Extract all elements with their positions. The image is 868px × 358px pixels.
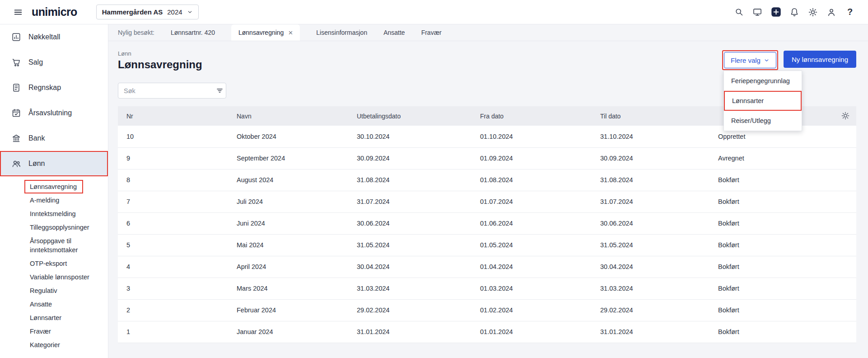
cell-nr: 9: [118, 147, 237, 169]
table-row[interactable]: 2Februar 202429.02.202401.02.202429.02.2…: [118, 299, 856, 321]
dropdown-item-lonnsarter[interactable]: Lønnsarter: [724, 91, 802, 111]
sidebar-subitem-variable-lonnsposter[interactable]: Variable lønnsposter: [0, 270, 108, 284]
cell-fra-dato: 01.03.2024: [480, 278, 600, 299]
cell-utbetalingsdato: 31.05.2024: [357, 234, 480, 256]
cell-fra-dato: 01.06.2024: [480, 212, 600, 234]
add-new-icon[interactable]: [770, 6, 782, 19]
sidebar-item-nokkeltall[interactable]: Nøkkeltall: [0, 24, 108, 50]
col-header-fra-dato[interactable]: Fra dato: [480, 106, 600, 126]
cell-status: Bokført: [718, 299, 856, 321]
annotation-flere-valg: Flere valg: [722, 50, 778, 70]
topbar: unimicro Hammergården AS 2024 ?: [0, 0, 868, 24]
sidebar-item-label: Regnskap: [28, 84, 61, 92]
col-header-navn[interactable]: Navn: [237, 106, 357, 126]
cell-til-dato: 29.02.2024: [600, 299, 718, 321]
dropdown-item-feriepengegrunnlag[interactable]: Feriepengegrunnlag: [724, 71, 802, 91]
cell-fra-dato: 01.07.2024: [480, 191, 600, 212]
main-content: Nylig besøkt: Lønnsartnr. 420 Lønnsavreg…: [108, 24, 868, 358]
cell-status: Bokført: [718, 234, 856, 256]
breadcrumb: Lønn: [118, 50, 202, 57]
cell-til-dato: 30.04.2024: [600, 256, 718, 278]
header-actions: Flere valg Ny lønnsavregning: [722, 50, 856, 70]
sidebar-item-bank[interactable]: Bank: [0, 126, 108, 151]
tab-fravaer[interactable]: Fravær: [421, 24, 442, 41]
settings-gear-icon[interactable]: [807, 6, 819, 19]
table-row[interactable]: 9September 202430.09.202401.09.202430.09…: [118, 147, 856, 169]
search-icon[interactable]: [733, 6, 745, 19]
cell-nr: 10: [118, 126, 237, 147]
ledger-icon: [11, 83, 21, 93]
sidebar-item-label: Nøkkeltall: [28, 33, 60, 41]
sidebar-subitem-a-melding[interactable]: A-melding: [0, 193, 108, 207]
sidebar-item-label: Bank: [28, 134, 45, 142]
cell-status: Bokført: [718, 212, 856, 234]
calendar-check-icon: [11, 108, 21, 118]
col-header-til-dato[interactable]: Til dato: [600, 106, 718, 126]
table-row[interactable]: 6Juni 202430.06.202401.06.202430.06.2024…: [118, 212, 856, 234]
sidebar-item-regnskap[interactable]: Regnskap: [0, 75, 108, 100]
cell-utbetalingsdato: 30.04.2024: [357, 256, 480, 278]
sidebar-subitem-fravaer[interactable]: Fravær: [0, 325, 108, 338]
cell-utbetalingsdato: 29.02.2024: [357, 299, 480, 321]
cell-nr: 4: [118, 256, 237, 278]
cell-fra-dato: 01.08.2024: [480, 169, 600, 191]
help-icon[interactable]: ?: [844, 6, 856, 19]
marketplace-icon[interactable]: [751, 6, 764, 19]
cell-nr: 5: [118, 234, 237, 256]
bank-icon: [11, 133, 21, 143]
col-header-utbetalingsdato[interactable]: Utbetalingsdato: [357, 106, 480, 126]
sidebar-subitem-arsoppgave[interactable]: Årsoppgave til inntektsmottaker: [0, 234, 108, 257]
cell-navn: Mai 2024: [237, 234, 357, 256]
cell-til-dato: 31.07.2024: [600, 191, 718, 212]
table-row[interactable]: 7Juli 202431.07.202401.07.202431.07.2024…: [118, 191, 856, 212]
table-row[interactable]: 3Mars 202431.03.202401.03.202431.03.2024…: [118, 278, 856, 299]
notifications-bell-icon[interactable]: [788, 6, 801, 19]
search-input[interactable]: [118, 83, 214, 98]
sidebar-subitem-tilleggsopplysninger[interactable]: Tilleggsopplysninger: [0, 221, 108, 234]
sidebar-subitem-otp-eksport[interactable]: OTP-eksport: [0, 257, 108, 270]
cell-navn: Juni 2024: [237, 212, 357, 234]
cell-navn: Oktober 2024: [237, 126, 357, 147]
cell-navn: Mars 2024: [237, 278, 357, 299]
chevron-down-icon: [764, 57, 770, 63]
column-settings-gear-icon[interactable]: [841, 111, 850, 120]
page-header: Lønn Lønnsavregning Flere valg Ny lønnsa…: [118, 50, 856, 71]
close-icon[interactable]: ×: [288, 29, 293, 37]
company-selector[interactable]: Hammergården AS 2024: [96, 5, 199, 19]
sidebar-subitem-ansatte[interactable]: Ansatte: [0, 297, 108, 311]
hamburger-menu-icon[interactable]: [12, 6, 24, 19]
table-row[interactable]: 1Januar 202431.01.202401.01.202431.01.20…: [118, 321, 856, 343]
cell-status: Bokført: [718, 169, 856, 191]
user-profile-icon[interactable]: [825, 6, 838, 19]
dropdown-item-reiser-utlegg[interactable]: Reiser/Utlegg: [724, 111, 802, 131]
sidebar-subitem-inntektsmelding[interactable]: Inntektsmelding: [0, 207, 108, 221]
cell-nr: 3: [118, 278, 237, 299]
sidebar-subitem-kategorier[interactable]: Kategorier: [0, 338, 108, 352]
cell-til-dato: 30.09.2024: [600, 147, 718, 169]
sidebar-subitem-lonnsarter[interactable]: Lønnsarter: [0, 311, 108, 325]
new-payroll-run-button[interactable]: Ny lønnsavregning: [784, 51, 856, 68]
cell-fra-dato: 01.02.2024: [480, 299, 600, 321]
table-row[interactable]: 5Mai 202431.05.202401.05.202431.05.2024B…: [118, 234, 856, 256]
topbar-icons: ?: [733, 6, 856, 19]
cell-utbetalingsdato: 31.03.2024: [357, 278, 480, 299]
filter-icon[interactable]: [214, 83, 226, 98]
sidebar-item-salg[interactable]: Salg: [0, 50, 108, 75]
cell-status: Bokført: [718, 191, 856, 212]
table-row[interactable]: 4April 202430.04.202401.04.202430.04.202…: [118, 256, 856, 278]
tab-ansatte[interactable]: Ansatte: [383, 24, 405, 41]
sidebar-subitem-regulativ[interactable]: Regulativ: [0, 284, 108, 297]
tab-lonnsavregning[interactable]: Lønnsavregning ×: [231, 24, 300, 41]
col-header-nr[interactable]: Nr: [118, 106, 237, 126]
sidebar-item-arsavslutning[interactable]: Årsavslutning: [0, 100, 108, 126]
sidebar-item-label: Lønn: [28, 160, 45, 168]
table-row[interactable]: 8August 202431.08.202401.08.202431.08.20…: [118, 169, 856, 191]
sidebar-item-lonn[interactable]: Lønn: [0, 151, 108, 176]
tab-lonnsartnr-420[interactable]: Lønnsartnr. 420: [171, 24, 215, 41]
cell-status: Bokført: [718, 256, 856, 278]
more-options-button[interactable]: Flere valg: [724, 52, 776, 68]
sidebar-subitem-lonnsavregning[interactable]: Lønnsavregning: [24, 180, 83, 193]
cell-fra-dato: 01.09.2024: [480, 147, 600, 169]
tab-label: Lønnsavregning: [238, 29, 284, 36]
tab-lisensinformasjon[interactable]: Lisensinformasjon: [316, 24, 367, 41]
